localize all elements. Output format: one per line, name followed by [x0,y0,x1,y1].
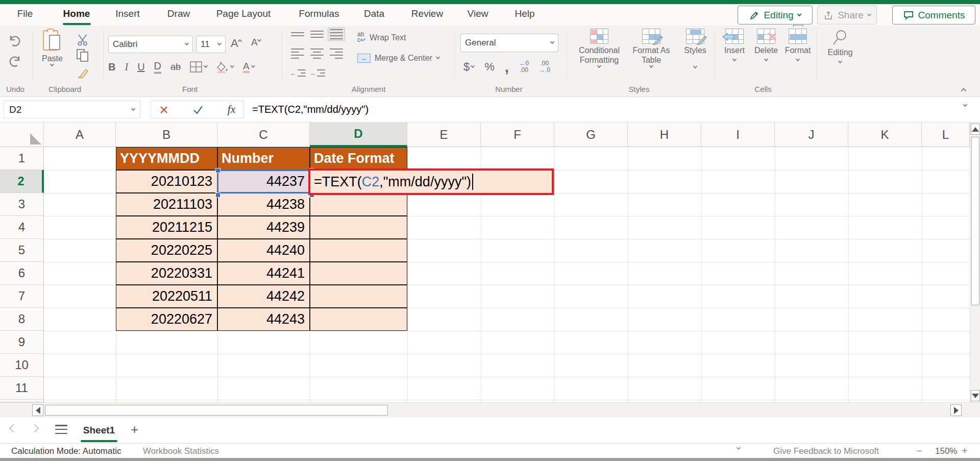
cell-b6[interactable]: 20220331 [116,262,217,285]
paste-button[interactable]: Paste [42,29,63,66]
give-feedback-link[interactable]: Give Feedback to Microsoft [773,446,879,456]
all-sheets-menu-button[interactable] [55,425,67,434]
double-underline-button[interactable]: D [154,60,161,74]
grow-font-button[interactable]: A [231,37,241,50]
zoom-in-button[interactable]: + [962,445,968,457]
font-name-select[interactable]: Calibri [108,36,193,53]
status-bar-chevron-icon[interactable] [737,446,741,450]
wrap-text-button[interactable]: abc↩ Wrap Text [357,32,406,43]
italic-button[interactable]: I [125,61,128,73]
cell-c1[interactable]: Number [217,147,310,170]
horizontal-scrollbar[interactable] [0,402,980,418]
undo-button[interactable] [7,35,22,48]
cell-d1[interactable]: Date Format [310,147,407,170]
shrink-font-button[interactable]: A [251,37,261,48]
strikethrough-button[interactable]: ab [170,62,181,72]
tab-page-layout[interactable]: Page Layout [216,8,271,19]
tab-insert[interactable]: Insert [115,8,140,19]
editing-menu-button[interactable]: Editing [821,29,860,63]
cell-b8[interactable]: 20220627 [116,308,217,331]
cell-c3[interactable]: 44238 [217,193,310,216]
name-box[interactable]: D2 [4,101,140,118]
column-header-k[interactable]: K [848,123,922,147]
reference-handle[interactable] [215,192,220,198]
tab-data[interactable]: Data [364,8,384,19]
delete-cells-button[interactable]: Delete [751,29,781,61]
next-sheet-button[interactable] [31,424,39,433]
cell-b3[interactable]: 20211103 [116,193,217,216]
bold-button[interactable]: B [108,61,115,73]
cell-b7[interactable]: 20220511 [116,285,217,308]
align-top-button[interactable] [289,28,306,41]
copy-button[interactable] [77,49,90,62]
comma-format-button[interactable]: , [505,58,509,76]
cell-b4[interactable]: 20211215 [116,216,217,239]
column-header-l[interactable]: L [922,123,970,147]
font-color-button[interactable]: A [243,61,255,73]
currency-format-button[interactable]: $ [463,60,474,74]
cell-d4[interactable] [310,216,407,239]
cell-c7[interactable]: 44242 [217,285,310,308]
column-header-d[interactable]: D [310,123,407,147]
column-header-e[interactable]: E [407,123,481,147]
decrease-decimal-button[interactable]: .00 →.0 [539,60,550,74]
row-header-2[interactable]: 2 [0,170,44,193]
expand-formula-bar-button[interactable] [963,103,967,107]
merge-center-button[interactable]: ↔ Merge & Center [357,53,439,63]
tab-review[interactable]: Review [411,8,443,19]
align-left-button[interactable] [289,47,306,60]
align-center-button[interactable] [308,47,326,60]
underline-button[interactable]: U [137,61,144,73]
cell-b5[interactable]: 20220225 [116,239,217,262]
row-header-9[interactable]: 9 [0,331,44,354]
reference-handle[interactable] [215,168,220,173]
align-right-button[interactable] [328,47,345,60]
cell-d6[interactable] [310,262,407,285]
column-header-h[interactable]: H [628,123,701,147]
number-format-select[interactable]: General [460,34,558,52]
format-painter-button[interactable] [77,66,90,80]
column-header-j[interactable]: J [775,123,848,147]
previous-sheet-button[interactable] [9,424,18,433]
tab-draw[interactable]: Draw [167,8,190,19]
comments-button[interactable]: Comments [892,6,975,25]
add-sheet-button[interactable]: + [131,422,138,438]
row-header-4[interactable]: 4 [0,216,44,239]
increase-decimal-button[interactable]: ←0 .00 [519,60,529,74]
formula-input[interactable]: =TEXT(C2,"mm/dd/yyyy") [252,101,369,118]
zoom-level[interactable]: 150% [935,446,957,456]
insert-cells-button[interactable]: Insert [720,29,749,61]
active-cell-d2-editing[interactable]: =TEXT(C2,"mm/dd/yyyy") [308,168,554,195]
cell-b1[interactable]: YYYYMMDD [116,147,217,170]
calculation-mode-status[interactable]: Calculation Mode: Automatic [11,446,121,456]
scroll-up-button[interactable] [971,124,980,135]
cell-d3[interactable] [310,193,407,216]
redo-button[interactable] [7,55,22,68]
vertical-scrollbar[interactable] [970,123,980,402]
format-cells-button[interactable]: Format [783,29,813,61]
row-header-5[interactable]: 5 [0,239,44,262]
format-as-table-button[interactable]: Format As Table [630,29,673,67]
cell-styles-button[interactable]: Styles [679,29,712,68]
cell-c6[interactable]: 44241 [217,262,310,285]
enter-button[interactable] [192,105,204,114]
workbook-statistics-button[interactable]: Workbook Statistics [143,446,219,456]
column-header-a[interactable]: A [44,123,116,147]
borders-button[interactable] [190,61,207,72]
vertical-scroll-thumb[interactable] [971,137,979,305]
decrease-indent-button[interactable]: ← [289,66,306,80]
row-header-10[interactable]: 10 [0,354,44,377]
tab-file[interactable]: File [17,8,33,19]
column-header-g[interactable]: G [554,123,628,147]
row-header-11[interactable]: 11 [0,377,44,400]
align-bottom-button[interactable] [328,28,345,41]
scroll-left-button[interactable] [32,404,43,416]
cell-b2[interactable]: 20210123 [116,170,217,193]
font-size-select[interactable]: 11 [196,36,226,53]
zoom-out-button[interactable]: − [916,445,922,457]
spreadsheet-grid[interactable]: ABCDEFGHIJKL1234567891011YYYYMMDDNumberD… [0,123,970,402]
column-header-c[interactable]: C [217,123,310,147]
select-all-corner[interactable] [0,123,44,147]
cell-d5[interactable] [310,239,407,262]
tab-home[interactable]: Home [63,8,90,19]
